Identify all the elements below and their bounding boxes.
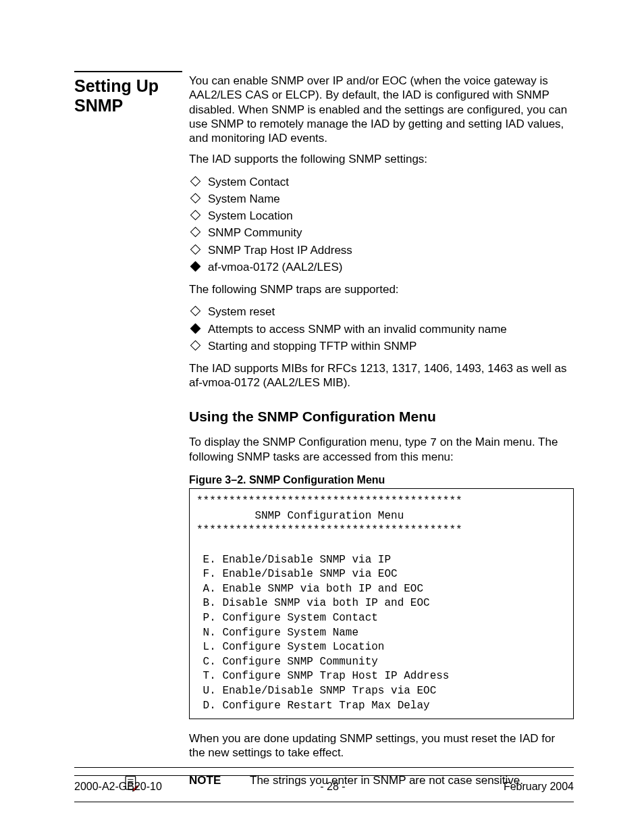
footer-left: 2000-A2-GB20-10	[74, 780, 162, 793]
list-item: Attempts to access SNMP with an invalid …	[189, 321, 574, 338]
list-item-text: Attempts to access SNMP with an invalid …	[208, 323, 507, 336]
list-item-text: System Contact	[208, 176, 289, 188]
content-area: Setting Up SNMP You can enable SNMP over…	[74, 71, 574, 802]
footer-right: February 2004	[504, 780, 574, 793]
diamond-icon	[190, 210, 201, 221]
diamond-icon	[190, 176, 201, 186]
list-item: Starting and stopping TFTP within SNMP	[189, 338, 574, 355]
heading-line-1: Setting Up	[74, 76, 159, 95]
traps-list: System reset Attempts to access SNMP wit…	[189, 303, 574, 355]
heading-line-2: SNMP	[74, 96, 123, 115]
page: Setting Up SNMP You can enable SNMP over…	[0, 0, 644, 834]
list-item-text: SNMP Trap Host IP Address	[208, 244, 352, 257]
mibs-paragraph: The IAD supports MIBs for RFCs 1213, 131…	[189, 361, 574, 390]
list-item-text: System Location	[208, 209, 293, 222]
diamond-icon	[190, 340, 201, 350]
diamond-icon	[190, 323, 201, 334]
footer-center: - 28 -	[320, 780, 345, 793]
diamond-icon	[190, 244, 201, 255]
diamond-icon	[190, 261, 201, 271]
list-item: SNMP Trap Host IP Address	[189, 242, 574, 259]
list-item: System Contact	[189, 174, 574, 190]
body-column: You can enable SNMP over IP and/or EOC (…	[189, 71, 574, 802]
diamond-icon	[190, 306, 201, 317]
diamond-icon	[190, 192, 201, 203]
list-item-text: SNMP Community	[208, 226, 302, 239]
diamond-icon	[190, 227, 201, 238]
section-heading-block: Setting Up SNMP	[74, 71, 182, 115]
traps-intro: The following SNMP traps are supported:	[189, 282, 574, 296]
list-item: System Location	[189, 207, 574, 224]
intro-paragraph-2: The IAD supports the following SNMP sett…	[189, 152, 574, 166]
settings-list: System Contact System Name System Locati…	[189, 174, 574, 276]
display-intro: To display the SNMP Configuration menu, …	[189, 435, 574, 465]
list-item-text: af-vmoa-0172 (AAL2/LES)	[208, 261, 342, 273]
list-item: SNMP Community	[189, 224, 574, 241]
list-item-text: System Name	[208, 192, 280, 205]
list-item: System Name	[189, 190, 574, 207]
display-intro-pre: To display the SNMP Configuration menu, …	[189, 436, 430, 448]
subheading: Using the SNMP Configuration Menu	[189, 408, 574, 425]
list-item-text: Starting and stopping TFTP within SNMP	[208, 340, 417, 353]
section-heading: Setting Up SNMP	[74, 76, 182, 115]
list-item: af-vmoa-0172 (AAL2/LES)	[189, 259, 574, 276]
list-item: System reset	[189, 303, 574, 320]
after-figure-paragraph: When you are done updating SNMP settings…	[189, 731, 574, 760]
page-footer: 2000-A2-GB20-10 - 28 - February 2004	[74, 775, 574, 793]
figure-caption: Figure 3–2. SNMP Configuration Menu	[189, 473, 574, 487]
figure-body: ****************************************…	[189, 488, 574, 719]
list-item-text: System reset	[208, 305, 275, 318]
intro-paragraph-1: You can enable SNMP over IP and/or EOC (…	[189, 74, 574, 145]
display-intro-key: 7	[430, 436, 437, 449]
